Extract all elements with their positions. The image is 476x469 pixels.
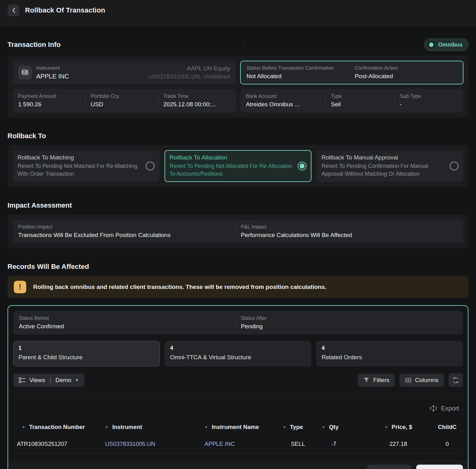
pnl-impact-label: P&L Impact	[241, 224, 453, 230]
status-before-label: Status Before	[19, 315, 231, 321]
filters-button[interactable]: Filters	[358, 374, 395, 387]
sort-caret-icon[interactable]: ▼	[283, 425, 286, 429]
sort-caret-icon[interactable]: ▼	[105, 425, 109, 429]
filters-label: Filters	[373, 377, 389, 384]
tab-count: 4	[322, 345, 458, 351]
type-value: Sell	[331, 101, 390, 108]
back-button[interactable]	[8, 4, 19, 16]
columns-icon	[405, 377, 411, 383]
warning-text: Rolling back omnibus and related client …	[33, 284, 327, 290]
radio-unchecked-icon[interactable]	[450, 162, 458, 170]
column-header-transaction-number[interactable]: ▼Transaction Number	[12, 418, 105, 436]
tab-count: 4	[170, 345, 306, 351]
refresh-button[interactable]	[448, 373, 463, 387]
views-dropdown[interactable]: Views | Demo ▼	[13, 374, 84, 387]
bank-account-value: Atreides Omnibus ...	[246, 101, 321, 108]
rollback-to-panel: Rollback To Matching Revert To Pending N…	[8, 145, 468, 187]
cell-instrument-link[interactable]: US0378331005.UN	[105, 436, 205, 453]
account-card: Bank Account Atreides Omnibus ... Type S…	[240, 89, 463, 113]
payment-amount-label: Payment Amount	[18, 93, 81, 99]
sort-caret-icon[interactable]: ▼	[384, 425, 388, 429]
cell-price: 227.18	[366, 436, 430, 453]
bank-account-label: Bank Account	[246, 93, 321, 99]
portfolio-ccy-label: Portfolio Ccy	[91, 93, 153, 99]
sub-type-value: -	[400, 101, 453, 108]
close-button[interactable]: Close	[367, 465, 411, 469]
instrument-label: Instrument	[36, 65, 69, 71]
export-label: Export	[441, 405, 459, 412]
option-title: Rollback To Matching	[18, 154, 142, 161]
sort-caret-icon[interactable]: ▼	[205, 425, 208, 429]
views-label: Views	[29, 377, 45, 384]
payment-card: Payment Amount 1 590.26 Portfolio Ccy US…	[13, 89, 236, 113]
rollback-to-title: Rollback To	[8, 132, 468, 140]
option-rollback-to-matching[interactable]: Rollback To Matching Revert To Pending N…	[13, 150, 160, 182]
status-before-confirmation-value: Not Allocated	[246, 73, 345, 80]
transaction-info-panel: Instrument APPLE INC AAPL UN Equity US03…	[8, 56, 468, 118]
records-table: ▼Transaction Number ▼Instrument ▼Instrum…	[8, 418, 468, 453]
column-header-instrument[interactable]: ▼Instrument	[105, 418, 205, 436]
sub-type-label: Sub Type	[400, 93, 453, 99]
column-header-qty[interactable]: ▼Qty	[322, 418, 366, 436]
top-bar: Rollback Of Transaction	[0, 0, 476, 27]
impact-assessment-title: Impact Assessment	[8, 201, 468, 209]
radio-unchecked-icon[interactable]	[146, 162, 154, 170]
status-before-confirmation-label: Status Before Transaction Confirmation	[246, 65, 345, 71]
footer-actions: Close Rollback	[8, 460, 468, 469]
column-header-type[interactable]: ▼Type	[283, 418, 322, 436]
option-description: Revert To Pending Not Matched For Re-Mat…	[18, 162, 142, 178]
instrument-identifier: US0378331005.UN, Undefined	[148, 73, 230, 80]
sort-caret-icon[interactable]: ▼	[22, 425, 25, 429]
tab-omni-ttca-virtual-structure[interactable]: 4 Omni-TTCA & Virtual Structure	[165, 341, 311, 366]
sort-caret-icon[interactable]: ▼	[322, 425, 325, 429]
instrument-ticker: AAPL UN Equity	[148, 65, 230, 72]
trade-time-value: 2025.12.08 00:00:...	[163, 101, 226, 108]
row-divider	[13, 453, 463, 453]
option-rollback-to-manual-approval[interactable]: Rollback To Manual Approval Revert To Pe…	[316, 150, 463, 182]
column-header-childc[interactable]: ChildC	[430, 418, 464, 436]
trade-time-label: Trade Time	[163, 93, 226, 99]
column-header-price[interactable]: ▼Price, $	[366, 418, 430, 436]
rollback-button[interactable]: Rollback	[416, 465, 463, 469]
table-row[interactable]: ATR10830S251207 US0378331005.UN APPLE IN…	[12, 436, 464, 453]
tab-related-orders[interactable]: 4 Related Orders	[316, 341, 463, 366]
cell-instrument-name-link[interactable]: APPLE INC	[205, 436, 283, 453]
confirmation-status-card: Status Before Transaction Confirmation N…	[240, 61, 463, 84]
cell-qty: -7	[322, 436, 366, 453]
payment-amount-value: 1 590.26	[18, 101, 81, 108]
omnibus-toggle-label: Omnibus	[438, 42, 463, 48]
coins-icon	[18, 66, 32, 79]
views-separator: |	[49, 377, 51, 384]
tab-parent-child-structure[interactable]: 1 Parent & Child Structure	[13, 341, 160, 366]
confirmation-action-label: Confirmation Action	[355, 65, 453, 71]
warning-icon: !	[14, 281, 26, 293]
status-after-label: Status After	[241, 315, 453, 321]
table-header-row: ▼Transaction Number ▼Instrument ▼Instrum…	[12, 418, 464, 436]
tab-label: Omni-TTCA & Virtual Structure	[170, 354, 306, 361]
export-button[interactable]: Export	[430, 404, 459, 412]
cell-transaction-number: ATR10830S251207	[12, 436, 105, 453]
export-icon	[430, 404, 437, 412]
records-affected-title: Records Will Be Affected	[8, 263, 468, 271]
instrument-value: APPLE INC	[36, 73, 69, 80]
omnibus-toggle-dot	[428, 41, 435, 48]
column-header-instrument-name[interactable]: ▼Instrument Name	[205, 418, 283, 436]
chevron-left-icon	[12, 8, 15, 13]
impact-card: Position Impact Transactions Will Be Exc…	[13, 219, 463, 243]
portfolio-ccy-value: USD	[91, 101, 153, 108]
columns-button[interactable]: Columns	[399, 374, 444, 387]
option-description: Revert To Pending Not Allocated For Re-A…	[170, 162, 294, 178]
position-impact-value: Transactions Will Be Excluded From Posit…	[18, 232, 231, 239]
transaction-info-title: Transaction Info	[8, 41, 61, 49]
tab-count: 1	[18, 345, 154, 351]
radio-checked-icon[interactable]	[298, 162, 306, 170]
instrument-card: Instrument APPLE INC AAPL UN Equity US03…	[13, 61, 236, 84]
option-rollback-to-allocation[interactable]: Rollback To Allocation Revert To Pending…	[165, 150, 311, 182]
type-label: Type	[331, 93, 390, 99]
warning-banner: ! Rolling back omnibus and related clien…	[8, 276, 468, 298]
omnibus-toggle[interactable]: Omnibus	[424, 38, 468, 51]
impact-assessment-panel: Position Impact Transactions Will Be Exc…	[8, 214, 468, 248]
option-title: Rollback To Allocation	[170, 154, 294, 161]
tab-label: Parent & Child Structure	[18, 354, 154, 361]
status-after-value: Pending	[241, 323, 453, 330]
